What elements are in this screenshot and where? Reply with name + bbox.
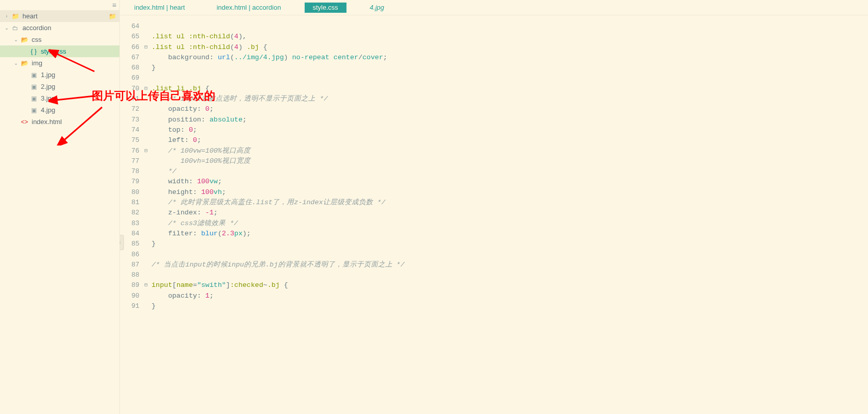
menu-icon[interactable]: ≡ [112, 1, 116, 9]
line-number: 79 [120, 177, 142, 187]
code-line[interactable]: z-index: -1; [152, 208, 868, 218]
code-line[interactable]: opacity: 0; [152, 104, 868, 114]
line-number: 82 [120, 208, 142, 218]
twist-icon[interactable]: ⌄ [3, 25, 10, 31]
code-line[interactable] [152, 270, 868, 280]
tab-style-css[interactable]: style.css [305, 3, 346, 13]
tree-item-3-jpg[interactable]: ▣3.jpg [0, 92, 119, 104]
file-icon: 📁 [11, 13, 19, 20]
sidebar-collapse-handle[interactable]: ‹ [120, 235, 124, 250]
fold-marker [142, 177, 150, 187]
tab-4-jpg[interactable]: 4.jpg [362, 3, 392, 13]
file-label: 3.jpg [41, 94, 119, 102]
code-line[interactable] [152, 250, 868, 260]
line-number: 81 [120, 198, 142, 208]
code-line[interactable]: } [152, 301, 868, 311]
code-line[interactable]: .list ul :nth-child(4) .bj { [152, 42, 868, 53]
file-icon: 📂 [20, 36, 29, 43]
line-number: 75 [120, 135, 142, 145]
line-gutter: 6465666768697071727374757677787980818283… [120, 15, 142, 414]
twist-icon[interactable]: › [3, 13, 10, 19]
code-line[interactable]: height: 100vh; [152, 187, 868, 198]
tree-item-4-jpg[interactable]: ▣4.jpg [0, 104, 119, 116]
code-line[interactable]: .list ul :nth-child(4), [152, 32, 868, 42]
line-number: 66 [120, 42, 142, 53]
file-label: 2.jpg [41, 83, 119, 90]
line-number: 71 [120, 94, 142, 104]
file-icon: ▣ [30, 107, 38, 114]
fold-marker [142, 239, 150, 249]
fold-marker [142, 156, 150, 166]
tab-index-html-heart[interactable]: index.html | heart [126, 3, 193, 13]
code-line[interactable]: /* css3滤镜效果 */ [152, 218, 868, 229]
line-number: 89 [120, 280, 142, 290]
tree-item-style-css[interactable]: { }style.css [0, 45, 119, 57]
fold-marker [142, 166, 150, 177]
code-line[interactable]: filter: blur(2.3px); [152, 229, 868, 239]
file-label: heart [22, 12, 119, 20]
tree-item-img[interactable]: ⌄📂img [0, 57, 119, 69]
line-number: 86 [120, 250, 142, 260]
tree-item-css[interactable]: ⌄📂css [0, 34, 119, 45]
tree-item-accordion[interactable]: ⌄🗀accordion [0, 22, 119, 34]
fold-marker [142, 218, 150, 229]
code-line[interactable]: left: 0; [152, 135, 868, 145]
code-line[interactable]: /* 100vw=100%视口高度 [152, 146, 868, 156]
tab-bar: index.html | heartindex.html | accordion… [120, 0, 868, 15]
code-line[interactable] [152, 73, 868, 83]
code-line[interactable]: /* 此时背景层级太高盖住.list了，用z-index让层级变成负数 */ [152, 198, 868, 208]
code-line[interactable]: top: 0; [152, 125, 868, 135]
file-tree: ›📁heart📁⌄🗀accordion⌄📂css{ }style.css⌄📂im… [0, 10, 119, 414]
folder-indicator-icon: 📁 [109, 13, 116, 20]
tree-item-heart[interactable]: ›📁heart📁 [0, 10, 119, 22]
line-number: 88 [120, 270, 142, 280]
fold-marker [142, 125, 150, 135]
fold-marker [142, 32, 150, 42]
fold-marker[interactable]: ⊟ [142, 84, 150, 94]
code-line[interactable]: /* 当点击input的时候inpu的兄弟.bj的背景就不透明了，显示于页面之上… [152, 260, 868, 270]
line-number: 70 [120, 84, 142, 94]
code-line[interactable] [152, 21, 868, 32]
fold-marker[interactable]: ⊟ [142, 42, 150, 53]
code-line[interactable]: } [152, 63, 868, 73]
fold-marker [142, 208, 150, 218]
line-number: 91 [120, 301, 142, 311]
code-line[interactable]: */ [152, 166, 868, 177]
file-icon: ▣ [30, 95, 38, 102]
fold-marker [142, 53, 150, 63]
line-number: 90 [120, 291, 142, 301]
code-content[interactable]: .list ul :nth-child(4),.list ul :nth-chi… [150, 15, 868, 414]
sidebar-header: ≡ [0, 0, 119, 10]
fold-marker[interactable]: ⊟ [142, 280, 150, 290]
fold-marker [142, 301, 150, 311]
fold-marker [142, 291, 150, 301]
tree-item-index-html[interactable]: <>index.html [0, 116, 119, 128]
code-line[interactable]: background: url(../img/4.jpg) no-repeat … [152, 53, 868, 63]
file-label: css [32, 36, 119, 43]
code-line[interactable]: .list li .bj { [152, 84, 868, 94]
code-line[interactable]: input[name="swith"]:checked~.bj { [152, 280, 868, 290]
line-number: 77 [120, 156, 142, 166]
code-line[interactable]: opacity: 1; [152, 291, 868, 301]
twist-icon[interactable]: ⌄ [12, 60, 19, 66]
code-area[interactable]: ‹ 64656667686970717273747576777879808182… [120, 15, 868, 414]
code-line[interactable]: } [152, 239, 868, 249]
line-number: 87 [120, 260, 142, 270]
file-label: index.html [32, 118, 119, 126]
twist-icon[interactable]: ⌄ [12, 37, 19, 42]
code-line[interactable]: /* input未被点选时，透明不显示于页面之上 */ [152, 94, 868, 104]
tab-index-html-accordion[interactable]: index.html | accordion [208, 3, 289, 13]
code-line[interactable]: 100vh=100%视口宽度 [152, 156, 868, 166]
fold-marker [142, 198, 150, 208]
file-icon: ▣ [30, 83, 38, 90]
code-line[interactable]: width: 100vw; [152, 177, 868, 187]
line-number: 68 [120, 63, 142, 73]
fold-marker [142, 135, 150, 145]
fold-marker[interactable]: ⊟ [142, 146, 150, 156]
tree-item-2-jpg[interactable]: ▣2.jpg [0, 81, 119, 92]
tree-item-1-jpg[interactable]: ▣1.jpg [0, 69, 119, 81]
file-label: accordion [22, 24, 119, 32]
file-icon: 🗀 [11, 25, 19, 32]
code-line[interactable]: position: absolute; [152, 115, 868, 125]
fold-marker [142, 21, 150, 32]
